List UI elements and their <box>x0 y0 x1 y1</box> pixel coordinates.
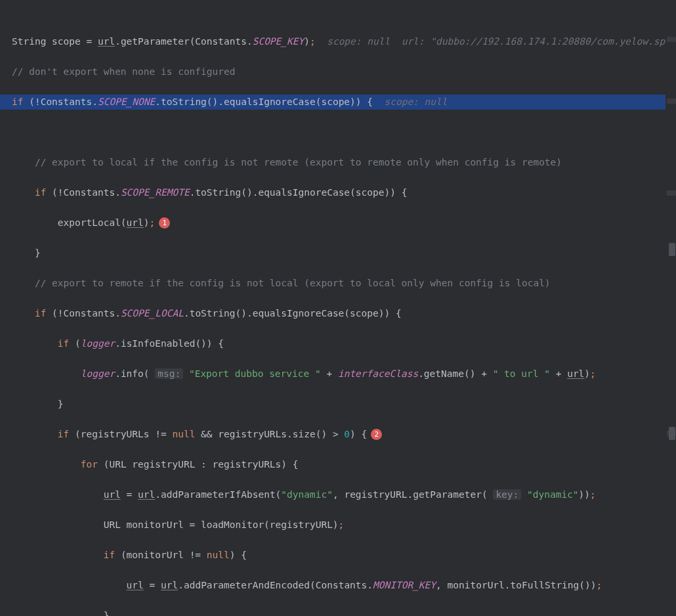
scrollbar-thumb[interactable] <box>669 427 675 440</box>
code-line[interactable]: for (URL registryURL : registryURLs) { <box>12 457 665 472</box>
code-line[interactable] <box>12 125 665 140</box>
code-line[interactable]: String scope = url.getParameter(Constant… <box>12 34 665 49</box>
breakpoint-badge[interactable]: 2 <box>371 429 382 440</box>
code-line[interactable]: if (!Constants.SCOPE_REMOTE.toString().e… <box>12 185 665 200</box>
code-line[interactable]: } <box>12 608 665 616</box>
stripe-mark[interactable] <box>667 37 676 42</box>
param-hint: msg: <box>155 368 183 379</box>
code-line[interactable]: // export to remote if the config is not… <box>12 276 665 291</box>
code-line[interactable]: } <box>12 397 665 412</box>
code-line[interactable]: if (logger.isInfoEnabled()) { <box>12 336 665 351</box>
code-line[interactable]: if (registryURLs != null && registryURLs… <box>12 427 665 442</box>
code-line[interactable]: } <box>12 246 665 261</box>
code-line[interactable]: // don't export when none is configured <box>12 64 665 79</box>
code-line[interactable]: URL monitorUrl = loadMonitor(registryURL… <box>12 517 665 533</box>
inline-hint: scope: null url: "dubbo://192.168.174.1:… <box>316 36 665 47</box>
stripe-mark[interactable] <box>667 99 676 104</box>
code-line[interactable]: if (!Constants.SCOPE_LOCAL.toString().eq… <box>12 306 665 321</box>
stripe-mark[interactable] <box>667 190 676 196</box>
code-line-highlighted[interactable]: if (!Constants.SCOPE_NONE.toString().equ… <box>0 95 665 110</box>
code-area[interactable]: String scope = url.getParameter(Constant… <box>0 0 665 616</box>
error-stripe[interactable] <box>667 0 676 616</box>
code-line[interactable]: exportLocal(url);1 <box>12 215 665 231</box>
inline-hint: scope: null <box>373 97 448 107</box>
scrollbar-thumb[interactable] <box>669 243 675 256</box>
code-editor[interactable]: String scope = url.getParameter(Constant… <box>0 0 676 616</box>
code-line[interactable]: logger.info( msg: "Export dubbo service … <box>12 366 665 382</box>
param-hint: key: <box>493 489 521 500</box>
code-line[interactable]: url = url.addParameterAndEncoded(Constan… <box>12 578 665 593</box>
code-line[interactable]: // export to local if the config is not … <box>12 155 665 170</box>
code-line[interactable]: if (monitorUrl != null) { <box>12 548 665 563</box>
code-line[interactable]: url = url.addParameterIfAbsent("dynamic"… <box>12 487 665 502</box>
breakpoint-badge[interactable]: 1 <box>159 217 170 229</box>
